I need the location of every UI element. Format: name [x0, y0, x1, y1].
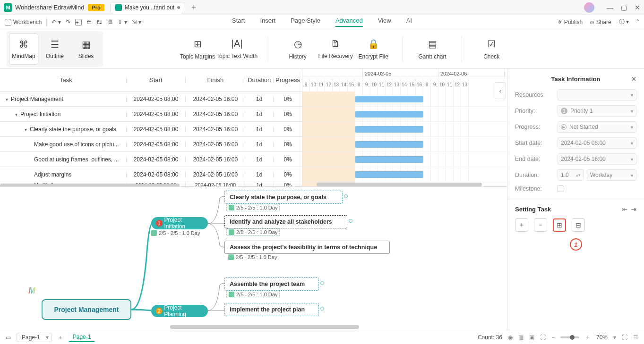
remove-task-button[interactable]: －	[534, 218, 547, 232]
topic-margins-button[interactable]: ⊞Topic Margins	[179, 38, 216, 60]
collapse-timeline-button[interactable]: ‹	[495, 82, 506, 99]
timeline-date-1: 2024-02-05	[363, 69, 438, 78]
tab-insert[interactable]: Insert	[260, 17, 276, 27]
tab-view[interactable]: View	[378, 17, 391, 27]
leaf-node-implement[interactable]: Implement the project plan	[224, 303, 319, 316]
document-tab[interactable]: Make you...tand out	[110, 2, 185, 13]
history-button[interactable]: ◷History	[279, 38, 317, 60]
topic-text-width-button[interactable]: |A|Topic Text Width	[216, 38, 258, 59]
duration-value-field[interactable]: 1.0▴▾	[558, 169, 584, 181]
share-button[interactable]: ∞Share	[590, 19, 611, 25]
root-node[interactable]: Project Management	[42, 299, 131, 320]
tab-ai[interactable]: AI	[406, 17, 412, 27]
leaf-node-stakeholders[interactable]: Identify and analyze all stakeholders	[224, 215, 347, 228]
encrypt-file-button[interactable]: 🔒Encrypt File	[354, 38, 392, 60]
page-tab-active[interactable]: Page-1	[69, 333, 95, 342]
zoom-slider[interactable]	[560, 336, 579, 338]
table-row[interactable]: Good at using frames, outlines, ... 2024…	[0, 152, 302, 167]
workbench-button[interactable]: Workbench	[5, 19, 42, 25]
task-info-icon	[229, 292, 234, 297]
task-hscroll[interactable]	[0, 184, 180, 187]
collapse-ribbon-button[interactable]: ˄	[636, 19, 639, 25]
mindmap-canvas[interactable]: M Project Management 1Project Initiation…	[0, 187, 507, 330]
view-slides-button[interactable]: ▦Slides	[72, 34, 100, 64]
progress-field[interactable]: ▶Not Started▾	[558, 121, 636, 133]
leaf-info: 2/5 - 2/5 : 1.0 Day	[226, 228, 280, 236]
node-handle-icon[interactable]	[320, 281, 324, 285]
close-button[interactable]: ✕	[635, 4, 640, 11]
node-handle-icon[interactable]	[320, 307, 324, 310]
print-button[interactable]: 🖶	[107, 19, 113, 25]
import-button[interactable]: ⇲▾	[132, 19, 141, 25]
view-mode-group: ⌘MindMap ☰Outline ▦Slides	[7, 31, 103, 67]
timeline[interactable]: ‹ 2024-02-05 2024-02-06 9101112131415891…	[302, 69, 507, 186]
tab-advanced[interactable]: Advanced	[335, 17, 363, 27]
check-button[interactable]: ☑Check	[472, 38, 510, 60]
leaf-node-goals[interactable]: Clearly state the purpose, or goals	[224, 191, 343, 204]
gantt-bar[interactable]	[355, 141, 423, 148]
add-task-button[interactable]: ＋	[515, 218, 528, 232]
table-row[interactable]: ▾Clearly state the purpose, or goals 202…	[0, 122, 302, 137]
gantt-bar[interactable]	[355, 126, 423, 133]
split-view-icon[interactable]: ▥	[518, 334, 524, 341]
gantt-bar[interactable]	[355, 111, 423, 117]
branch-node-initiation[interactable]: 1Project Initiation	[151, 217, 208, 229]
priority-field[interactable]: 1Priority 1▾	[558, 105, 636, 117]
table-row[interactable]: Make good use of icons or pictu... 2024-…	[0, 137, 302, 152]
maximize-button[interactable]: ▢	[621, 4, 627, 11]
zoom-in-button[interactable]: ＋	[585, 333, 591, 341]
table-row[interactable]: Adjust margins 2024-02-05 08:002024-02-0…	[0, 167, 302, 182]
leaf-info: 2/5 - 2/5 : 1.0 Day	[226, 291, 280, 298]
page-selector[interactable]: Page-1	[17, 333, 52, 342]
file-recovery-button[interactable]: 🗎File Recovery	[317, 38, 354, 59]
tab-pagestyle[interactable]: Page Style	[291, 17, 320, 27]
node-handle-icon[interactable]	[344, 194, 348, 198]
add-subtask-button[interactable]: ⊞	[553, 218, 566, 232]
duration-unit-field[interactable]: Workday▾	[587, 169, 636, 181]
panel-toggle-icon[interactable]: ☰	[633, 334, 638, 341]
fullscreen-icon[interactable]: ⛶	[622, 334, 627, 341]
globe-icon[interactable]: ◉	[508, 334, 513, 341]
enddate-field[interactable]: 2024-02-05 16:00▾	[558, 153, 636, 165]
redo-button[interactable]: ↷	[66, 19, 70, 25]
canvas-hscroll[interactable]	[170, 325, 359, 329]
leaf-node-team[interactable]: Assemble the project team	[224, 277, 319, 291]
open-button[interactable]: 🗀	[86, 19, 92, 25]
gantt-chart-button[interactable]: ▤Gantt chart	[413, 38, 451, 60]
view-mindmap-button[interactable]: ⌘MindMap	[9, 34, 38, 64]
branch-node-planning[interactable]: 2Project Planning	[151, 305, 208, 317]
view-outline-button[interactable]: ☰Outline	[41, 34, 69, 64]
save-button[interactable]: 🖫	[97, 19, 103, 25]
help-button[interactable]: ⓘ ▾	[619, 18, 629, 26]
table-row[interactable]: ▾Project Management 2024-02-05 08:002024…	[0, 92, 302, 107]
node-handle-icon[interactable]	[349, 219, 352, 223]
gantt-bar[interactable]	[355, 156, 423, 163]
outdent-icon[interactable]: ⇥	[631, 206, 636, 213]
panel-close-button[interactable]: ✕	[631, 76, 636, 83]
startdate-field[interactable]: 2024-02-05 08:00▾	[558, 137, 636, 149]
leaf-node-feasibility[interactable]: Assess the project's feasibility in term…	[224, 241, 390, 254]
remove-subtask-button[interactable]: ⊟	[572, 218, 585, 232]
tab-start[interactable]: Start	[232, 17, 245, 27]
timeline-hscroll[interactable]	[317, 183, 482, 186]
export-button[interactable]: ⇪▾	[118, 19, 127, 25]
undo-button[interactable]: ↶ ▾	[52, 19, 60, 25]
new-button[interactable]: +	[75, 19, 82, 25]
gantt-bar[interactable]	[355, 171, 423, 178]
page-list-icon[interactable]: ▭	[6, 334, 11, 341]
task-grid: Task Start Finish Duration Progress ▾Pro…	[0, 69, 507, 187]
publish-button[interactable]: ✈Publish	[558, 19, 583, 25]
fit-page-icon[interactable]: ▣	[529, 334, 534, 341]
resources-field[interactable]: ▾	[558, 89, 636, 101]
user-avatar[interactable]	[584, 2, 594, 13]
add-page-button[interactable]: ＋	[58, 333, 63, 341]
milestone-checkbox[interactable]	[558, 185, 564, 192]
gantt-bar[interactable]	[355, 96, 423, 102]
task-info-icon	[228, 254, 234, 260]
fit-width-icon[interactable]: ⛶	[540, 334, 546, 341]
new-tab-button[interactable]: ＋	[190, 2, 197, 12]
zoom-out-button[interactable]: −	[551, 334, 555, 341]
table-row[interactable]: ▾Project Initiation 2024-02-05 08:002024…	[0, 107, 302, 122]
minimize-button[interactable]: —	[607, 4, 613, 11]
indent-icon[interactable]: ⇤	[622, 206, 627, 213]
